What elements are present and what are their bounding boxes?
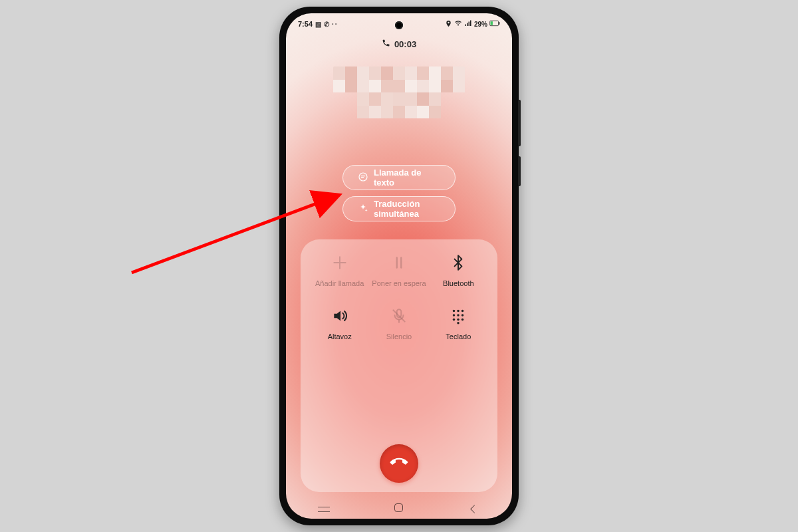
- call-controls-panel: Añadir llamada Poner en espera Bluetooth: [301, 239, 497, 492]
- text-call-button[interactable]: Llamada de texto: [342, 165, 456, 190]
- mute-mic-icon: [390, 307, 408, 327]
- pause-icon: [390, 254, 408, 274]
- nav-back[interactable]: [461, 503, 487, 515]
- svg-rect-7: [499, 22, 499, 25]
- svg-rect-3: [468, 22, 469, 27]
- plus-icon: [331, 254, 348, 274]
- sparkle-icon: [358, 203, 368, 215]
- add-call-label: Añadir llamada: [315, 279, 364, 287]
- signal-icon: [464, 19, 472, 29]
- keypad-button[interactable]: Teclado: [429, 307, 488, 340]
- svg-rect-2: [467, 23, 468, 27]
- svg-point-12: [462, 310, 464, 312]
- mute-label: Silencio: [386, 332, 412, 340]
- status-right: 29%: [445, 19, 500, 29]
- phone-screen: 7:54 ▧ ✆ ·· 29%: [286, 13, 512, 519]
- call-duration: 00:03: [286, 39, 512, 49]
- svg-point-16: [453, 319, 455, 321]
- bluetooth-button[interactable]: Bluetooth: [429, 254, 488, 287]
- phone-frame: 7:54 ▧ ✆ ·· 29%: [279, 7, 519, 525]
- hold-label: Poner en espera: [372, 279, 426, 287]
- chat-icon: [358, 172, 368, 184]
- more-notifications-icon: ··: [332, 21, 338, 28]
- svg-rect-4: [470, 21, 471, 27]
- status-left: 7:54 ▧ ✆ ··: [298, 20, 338, 28]
- speaker-button[interactable]: Altavoz: [310, 307, 369, 340]
- call-duration-text: 00:03: [394, 39, 416, 49]
- end-call-button[interactable]: [380, 444, 418, 483]
- svg-point-19: [458, 322, 460, 324]
- svg-point-0: [458, 25, 458, 26]
- bluetooth-label: Bluetooth: [443, 279, 473, 287]
- power-button: [518, 156, 521, 186]
- hold-button[interactable]: Poner en espera: [369, 254, 428, 287]
- keypad-icon: [450, 307, 467, 327]
- contact-name-redacted: [333, 66, 465, 118]
- speaker-icon: [331, 307, 348, 327]
- add-call-button[interactable]: Añadir llamada: [310, 254, 369, 287]
- phone-mini-icon: ✆: [324, 21, 329, 28]
- status-time: 7:54: [298, 20, 313, 28]
- battery-percent: 29%: [474, 21, 487, 28]
- svg-point-15: [462, 314, 464, 316]
- status-bar: 7:54 ▧ ✆ ·· 29%: [298, 17, 500, 31]
- svg-point-14: [458, 314, 460, 316]
- svg-point-11: [458, 310, 460, 312]
- svg-point-13: [453, 314, 455, 316]
- svg-point-10: [453, 310, 455, 312]
- svg-point-17: [458, 319, 460, 321]
- phone-icon: [382, 39, 390, 49]
- svg-point-8: [359, 173, 367, 181]
- bluetooth-icon: [450, 254, 467, 274]
- gallery-icon: ▧: [315, 21, 321, 28]
- live-translate-label: Traducción simultánea: [374, 199, 440, 219]
- text-call-label: Llamada de texto: [374, 168, 440, 188]
- volume-button: [518, 100, 521, 146]
- mute-button[interactable]: Silencio: [369, 307, 428, 340]
- keypad-label: Teclado: [446, 332, 471, 340]
- svg-rect-1: [465, 25, 466, 27]
- svg-rect-6: [491, 21, 493, 25]
- speaker-label: Altavoz: [328, 332, 352, 340]
- battery-icon: [489, 20, 500, 28]
- wifi-icon: [454, 19, 462, 29]
- live-translate-button[interactable]: Traducción simultánea: [342, 196, 456, 221]
- location-icon: [445, 20, 452, 29]
- nav-home[interactable]: [386, 503, 412, 515]
- nav-bar: [286, 503, 512, 515]
- hangup-icon: [390, 454, 408, 473]
- nav-recents[interactable]: [311, 503, 337, 515]
- svg-point-18: [462, 319, 464, 321]
